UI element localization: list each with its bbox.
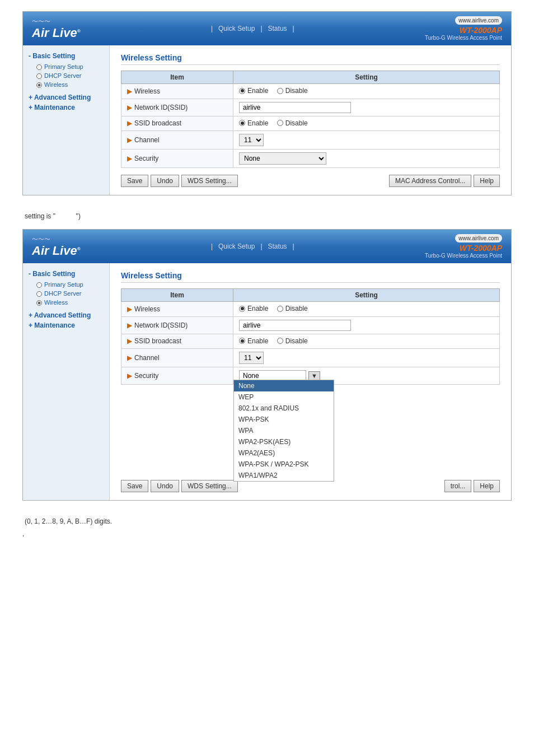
sidebar-basic-setting-1[interactable]: - Basic Setting <box>29 52 104 60</box>
sidebar-radio-dhcp-1 <box>36 73 42 79</box>
row-channel-2: ▶Channel 11 <box>121 349 500 367</box>
trailing-comma: , <box>22 530 512 538</box>
arrow-broadcast-2: ▶ <box>127 337 132 345</box>
router-header-2: 〜〜〜 Air Live® | Quick Setup | Status | w… <box>23 230 511 263</box>
section-title-1: Wireless Setting <box>121 53 500 65</box>
section-title-2: Wireless Setting <box>121 271 500 283</box>
item-security-1: ▶Security <box>121 150 233 168</box>
col-setting-2: Setting <box>233 289 500 302</box>
radio-enable-wireless-2[interactable]: Enable <box>239 305 268 312</box>
item-ssid-1: ▶Network ID(SSID) <box>121 99 233 116</box>
radio-disable-broadcast-2[interactable]: Disable <box>277 337 308 345</box>
radio-enable-wireless-1[interactable]: Enable <box>239 87 268 95</box>
undo-button-1[interactable]: Undo <box>151 175 179 187</box>
radio-btn-bc-disable-2 <box>277 338 283 344</box>
logo-text-2: Air Live® <box>32 244 81 258</box>
dropdown-option-radius-2[interactable]: 802.1x and RADIUS <box>234 403 334 414</box>
sidebar-wireless-2[interactable]: Wireless <box>29 298 104 307</box>
arrow-wireless-1: ▶ <box>127 87 132 95</box>
brand-url-2: www.airlive.com <box>455 234 502 242</box>
router-panel-2: 〜〜〜 Air Live® | Quick Setup | Status | w… <box>22 229 512 501</box>
dropdown-option-wpa12-2[interactable]: WPA1/WPA2 <box>234 470 334 481</box>
model-name-1: WT-2000AP <box>425 26 502 35</box>
save-button-2[interactable]: Save <box>121 480 148 492</box>
row-wireless-1: ▶Wireless Enable Disable <box>121 84 500 99</box>
radio-enable-broadcast-2[interactable]: Enable <box>239 337 268 345</box>
security-dropdown-options-2: None WEP 802.1x and RADIUS WPA-PSK WPA W… <box>233 380 334 482</box>
setting-channel-2: 11 <box>233 349 500 367</box>
wds-setting-button-1[interactable]: WDS Setting... <box>181 175 238 187</box>
sidebar-radio-wireless-2 <box>36 300 42 306</box>
setting-ssid-broadcast-2: Enable Disable <box>233 334 500 349</box>
row-channel-1: ▶Channel 11 <box>121 131 500 150</box>
nav-sep-2b: | <box>260 242 262 250</box>
row-security-1: ▶Security None WEP 802.1x and RADIUS WPA… <box>121 150 500 168</box>
radio-btn-bc-disable-1 <box>277 120 283 126</box>
nav-quick-setup-2[interactable]: Quick Setup <box>218 242 255 250</box>
sidebar-1: - Basic Setting Primary Setup DHCP Serve… <box>23 45 110 195</box>
instruction-text: setting is " ") <box>22 212 512 220</box>
sidebar-maintenance-1[interactable]: + Maintenance <box>29 104 104 111</box>
nav-quick-setup-1[interactable]: Quick Setup <box>218 25 255 32</box>
dropdown-option-none-2[interactable]: None <box>234 380 334 391</box>
brand-url-1: www.airlive.com <box>455 16 502 25</box>
setting-wireless-1: Enable Disable <box>233 84 500 99</box>
ssid-input-2[interactable] <box>239 320 351 331</box>
security-dropdown-arrow-2[interactable]: ▼ <box>308 371 320 380</box>
sidebar-advanced-setting-2[interactable]: + Advanced Setting <box>29 311 104 319</box>
nav-status-1[interactable]: Status <box>268 25 287 32</box>
nav-links-2: | Quick Setup | Status | <box>211 242 294 250</box>
footer-note: (0, 1, 2…8, 9, A, B…F) digits. <box>22 517 512 525</box>
sidebar-dhcp-server-2[interactable]: DHCP Server <box>29 289 104 298</box>
undo-button-2[interactable]: Undo <box>151 480 179 492</box>
dropdown-option-wpapsk-2[interactable]: WPA-PSK <box>234 414 334 425</box>
logo-area-2: 〜〜〜 Air Live® <box>32 235 81 258</box>
channel-select-2[interactable]: 11 <box>239 352 264 364</box>
nav-separator-3: | <box>293 25 294 32</box>
mac-address-button-1[interactable]: MAC Address Control... <box>389 175 471 187</box>
dropdown-option-wpa2psk-2[interactable]: WPA2-PSK(AES) <box>234 436 334 447</box>
sidebar-primary-setup-1[interactable]: Primary Setup <box>29 62 104 71</box>
item-ssid-broadcast-1: ▶SSID broadcast <box>121 116 233 131</box>
nav-separator-2: | <box>260 25 262 32</box>
col-item-2: Item <box>121 289 233 302</box>
signal-icon-1: 〜〜〜 <box>32 17 77 26</box>
item-security-2: ▶Security <box>121 367 233 385</box>
row-ssid-broadcast-2: ▶SSID broadcast Enable Disable <box>121 334 500 349</box>
model-desc-1: Turbo-G Wireless Access Point <box>425 35 502 41</box>
help-button-2[interactable]: Help <box>474 480 500 492</box>
header-right-2: www.airlive.com WT-2000AP Turbo-G Wirele… <box>425 234 502 259</box>
router-body-2: - Basic Setting Primary Setup DHCP Serve… <box>23 263 511 500</box>
sidebar-wireless-1[interactable]: Wireless <box>29 80 104 89</box>
radio-enable-broadcast-1[interactable]: Enable <box>239 119 268 127</box>
security-select-1[interactable]: None WEP 802.1x and RADIUS WPA-PSK WPA W… <box>239 152 326 165</box>
sidebar-advanced-setting-1[interactable]: + Advanced Setting <box>29 94 104 101</box>
radio-disable-wireless-1[interactable]: Disable <box>277 87 308 95</box>
sidebar-maintenance-2[interactable]: + Maintenance <box>29 321 104 329</box>
radio-disable-broadcast-1[interactable]: Disable <box>277 119 308 127</box>
nav-sep-2a: | <box>211 242 213 250</box>
dropdown-option-wpapsk2-2[interactable]: WPA-PSK / WPA2-PSK <box>234 459 334 470</box>
radio-disable-wireless-2[interactable]: Disable <box>277 305 308 312</box>
dropdown-option-wep-2[interactable]: WEP <box>234 391 334 403</box>
row-ssid-2: ▶Network ID(SSID) <box>121 316 500 334</box>
setting-ssid-2 <box>233 316 500 334</box>
col-item-1: Item <box>121 71 233 84</box>
ssid-input-1[interactable] <box>239 102 351 113</box>
dropdown-option-wpa2-2[interactable]: WPA2(AES) <box>234 447 334 459</box>
help-button-1[interactable]: Help <box>474 175 500 187</box>
wds-setting-button-2[interactable]: WDS Setting... <box>181 480 238 492</box>
channel-select-1[interactable]: 11 <box>239 134 264 146</box>
item-channel-2: ▶Channel <box>121 349 233 367</box>
sidebar-primary-setup-2[interactable]: Primary Setup <box>29 280 104 289</box>
dropdown-option-wpa-2[interactable]: WPA <box>234 425 334 436</box>
settings-table-1: Item Setting ▶Wireless Enable <box>121 71 500 168</box>
logo-area-1: 〜〜〜 Air Live® <box>32 17 81 40</box>
router-header-1: 〜〜〜 Air Live® | Quick Setup | Status | w… <box>23 12 511 45</box>
arrow-channel-2: ▶ <box>127 354 132 362</box>
nav-status-2[interactable]: Status <box>268 242 287 250</box>
mac-trol-button-2[interactable]: trol... <box>444 480 472 492</box>
sidebar-dhcp-server-1[interactable]: DHCP Server <box>29 71 104 80</box>
sidebar-basic-setting-2[interactable]: - Basic Setting <box>29 270 104 278</box>
save-button-1[interactable]: Save <box>121 175 148 187</box>
